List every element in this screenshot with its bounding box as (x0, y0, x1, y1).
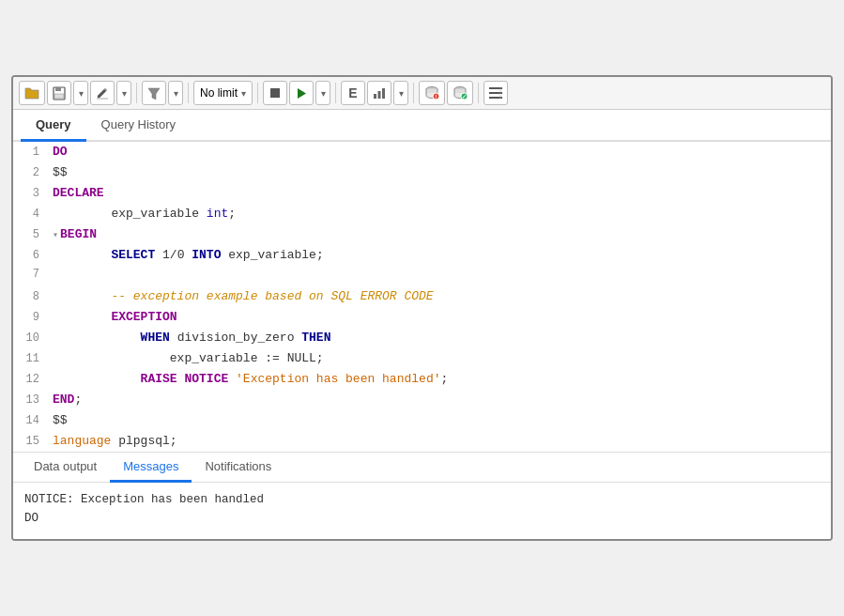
line-number: 9 (13, 309, 53, 328)
output-area: NOTICE: Exception has been handledDO (13, 483, 831, 539)
code-line: 3DECLARE (13, 183, 831, 204)
code-line: 7 (13, 266, 831, 286)
db-stats-button[interactable]: ! (419, 81, 445, 105)
chart-button[interactable] (367, 81, 391, 105)
line-content: SELECT 1/0 INTO exp_variable; (53, 245, 831, 265)
line-number: 5 (13, 226, 53, 245)
chevron-down-icon: ▾ (241, 88, 246, 99)
chevron-down-icon: ▾ (122, 88, 127, 99)
code-line: 1DO (13, 142, 831, 162)
chevron-down-icon: ▾ (174, 88, 178, 99)
stop-button[interactable] (263, 81, 287, 105)
save-dropdown-button[interactable]: ▾ (73, 81, 88, 105)
line-content: EXCEPTION (53, 307, 831, 327)
line-content: DO (53, 142, 831, 162)
line-number: 11 (13, 350, 53, 369)
svg-rect-9 (382, 88, 385, 99)
chevron-down-icon: ▾ (399, 88, 404, 99)
tab-query[interactable]: Query (21, 110, 86, 142)
line-number: 6 (13, 247, 53, 266)
line-content: END; (53, 390, 831, 409)
line-content: $$ (53, 162, 831, 182)
tab-query-history[interactable]: Query History (86, 110, 191, 142)
svg-rect-7 (374, 94, 376, 99)
line-number: 13 (13, 392, 53, 410)
no-limit-dropdown[interactable]: No limit ▾ (193, 81, 253, 105)
line-content: language plpgsql; (53, 431, 831, 451)
line-number: 7 (13, 266, 53, 285)
svg-rect-1 (55, 87, 61, 91)
separator (257, 83, 258, 103)
separator (136, 83, 137, 103)
separator (413, 83, 414, 103)
code-line: 15language plpgsql; (13, 431, 831, 452)
code-line: 8 -- exception example based on SQL ERRO… (13, 286, 831, 307)
code-line: 13END; (13, 390, 831, 410)
menu-button[interactable] (483, 81, 508, 105)
line-number: 14 (13, 412, 53, 431)
line-content: exp_variable := NULL; (53, 348, 831, 368)
filter-dropdown-button[interactable]: ▾ (168, 81, 183, 105)
tab-messages[interactable]: Messages (110, 453, 192, 483)
main-window: ▾ ▾ ▾ No limit ▾ (11, 75, 833, 541)
output-line: DO (24, 509, 820, 528)
code-line: 6 SELECT 1/0 INTO exp_variable; (13, 245, 831, 266)
toolbar: ▾ ▾ ▾ No limit ▾ (13, 77, 831, 110)
tab-data-output[interactable]: Data output (21, 453, 110, 483)
db-connection-button[interactable]: ✓ (447, 81, 473, 105)
code-line: 5▾BEGIN (13, 224, 831, 245)
save-button[interactable] (47, 81, 71, 105)
run-dropdown-button[interactable]: ▾ (315, 81, 330, 105)
line-number: 3 (13, 185, 53, 204)
code-line: 14$$ (13, 410, 831, 431)
line-content: $$ (53, 410, 831, 430)
output-tabs: Data output Messages Notifications (13, 452, 831, 483)
svg-rect-2 (54, 94, 64, 99)
svg-rect-8 (378, 91, 381, 99)
line-content: exp_variable int; (53, 204, 831, 223)
line-content: BEGIN (60, 224, 831, 244)
svg-rect-5 (270, 88, 280, 98)
tab-notifications[interactable]: Notifications (192, 453, 284, 483)
explain-button[interactable]: E (341, 81, 365, 105)
line-number: 1 (13, 144, 53, 162)
open-folder-button[interactable] (19, 81, 45, 105)
code-line: 11 exp_variable := NULL; (13, 348, 831, 369)
chevron-down-icon: ▾ (321, 88, 326, 99)
code-editor: 1DO2$$3DECLARE4 exp_variable int;5▾BEGIN… (13, 142, 831, 452)
fold-marker-icon[interactable]: ▾ (53, 228, 58, 244)
line-content: -- exception example based on SQL ERROR … (53, 286, 831, 306)
filter-button[interactable] (142, 81, 166, 105)
line-number: 4 (13, 206, 53, 224)
output-line: NOTICE: Exception has been handled (24, 490, 820, 509)
code-line: 12 RAISE NOTICE 'Exception has been hand… (13, 369, 831, 390)
edit-dropdown-button[interactable]: ▾ (116, 81, 131, 105)
svg-text:✓: ✓ (462, 94, 467, 100)
code-line: 10 WHEN division_by_zero THEN (13, 328, 831, 348)
line-content: WHEN division_by_zero THEN (53, 328, 831, 347)
line-number: 10 (13, 330, 53, 348)
run-button[interactable] (289, 81, 314, 105)
line-number: 2 (13, 164, 53, 183)
chart-dropdown-button[interactable]: ▾ (393, 81, 408, 105)
code-line: 9 EXCEPTION (13, 307, 831, 328)
line-number: 15 (13, 433, 53, 452)
code-line: 2$$ (13, 162, 831, 183)
chevron-down-icon: ▾ (79, 88, 84, 99)
query-tabs: Query Query History (13, 110, 831, 142)
edit-button[interactable] (90, 81, 115, 105)
line-content: DECLARE (53, 183, 831, 203)
separator (478, 83, 479, 103)
no-limit-label: No limit (200, 86, 238, 100)
svg-marker-4 (148, 88, 160, 100)
svg-marker-6 (298, 88, 306, 99)
line-number: 12 (13, 371, 53, 390)
code-line: 4 exp_variable int; (13, 204, 831, 224)
separator (335, 83, 336, 103)
line-number: 8 (13, 288, 53, 307)
separator (188, 83, 189, 103)
line-content: RAISE NOTICE 'Exception has been handled… (53, 369, 831, 389)
